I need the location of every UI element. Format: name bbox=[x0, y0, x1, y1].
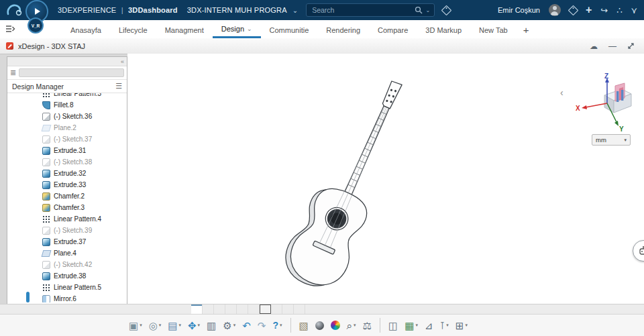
tree-item[interactable]: Linear Pattern.3 bbox=[7, 93, 127, 99]
tree-item[interactable]: (-) Sketch.39 bbox=[7, 225, 127, 236]
tree-item[interactable]: Linear Pattern.5 bbox=[7, 282, 127, 293]
3d-viewport[interactable]: ‹ Z X Y mm ▾ bbox=[127, 54, 644, 304]
xdesign-window: 3DEXPERIENCE | 3DDashboard 3DX-INTERN MU… bbox=[0, 0, 644, 336]
tree-scrollbar-thumb[interactable] bbox=[26, 292, 30, 302]
panel-menu-icon[interactable]: ☰ bbox=[115, 82, 122, 90]
tree-item[interactable]: Extrude.31 bbox=[7, 145, 127, 156]
toolbar-button[interactable]: ⌕ ▾ bbox=[344, 317, 359, 334]
tree-item[interactable]: Extrude.38 bbox=[7, 270, 127, 282]
search-bar[interactable]: ⌄ bbox=[306, 3, 435, 17]
search-input[interactable] bbox=[311, 5, 415, 15]
units-dropdown[interactable]: mm ▾ bbox=[592, 134, 631, 146]
dashboard-tab[interactable]: 3D Markup bbox=[417, 22, 470, 38]
workbench-tab[interactable] bbox=[294, 304, 305, 314]
dashboard-tab[interactable]: Managment bbox=[156, 22, 213, 38]
workbench-tab[interactable] bbox=[260, 304, 271, 314]
add-tab-button[interactable]: + bbox=[517, 22, 536, 38]
search-scope-dropdown-icon[interactable]: ⌄ bbox=[425, 7, 430, 13]
collapse-panel-icon[interactable]: « bbox=[121, 58, 124, 65]
resize-window-icon[interactable] bbox=[627, 42, 635, 50]
toolbar-button[interactable]: ↶ bbox=[239, 317, 254, 334]
cloud-status-icon[interactable]: ☁ bbox=[590, 42, 598, 50]
toolbar-button[interactable]: ⊺ ▾ bbox=[437, 317, 451, 334]
toolbar-button[interactable]: ⊞ ▾ bbox=[453, 317, 470, 334]
collapse-right-panel-icon[interactable]: ‹ bbox=[560, 87, 564, 98]
toolbar-button[interactable]: ▤ ▾ bbox=[165, 317, 184, 334]
toolbar-button[interactable]: ⚙ ▾ bbox=[220, 317, 238, 334]
tree-item[interactable]: Extrude.33 bbox=[7, 179, 127, 190]
workbench-tab[interactable] bbox=[282, 304, 294, 314]
toolbar-button[interactable]: ▣ ▾ bbox=[126, 317, 145, 334]
tree-item[interactable]: Extrude.32 bbox=[7, 168, 127, 179]
context-dropdown-icon[interactable]: ⌄ bbox=[292, 7, 298, 14]
toolbar-button[interactable]: ? ▾ bbox=[270, 317, 284, 334]
workbench-tab[interactable] bbox=[271, 304, 282, 314]
render-style-sphere-icon: ● bbox=[315, 321, 324, 330]
dashboard-tab[interactable]: Lifecycle bbox=[110, 22, 156, 38]
tree-item[interactable]: (-) Sketch.36 bbox=[7, 111, 127, 122]
tag-icon[interactable] bbox=[441, 5, 452, 15]
toolbar-button[interactable]: ▧ bbox=[297, 317, 311, 334]
tree-item[interactable]: Chamfer.3 bbox=[7, 202, 127, 213]
dimension-tool-icon: ⊺ bbox=[440, 321, 445, 331]
bookmark-tag-icon[interactable] bbox=[568, 5, 579, 15]
toolbar-button[interactable]: ▥ bbox=[204, 317, 219, 334]
tree-item[interactable]: Plane.2 bbox=[7, 122, 127, 133]
3ds-logo-icon[interactable] bbox=[5, 3, 23, 17]
search-icon[interactable] bbox=[415, 6, 423, 14]
tree-item[interactable]: Extrude.37 bbox=[7, 236, 127, 247]
share-icon[interactable]: ↪ bbox=[600, 6, 608, 15]
minimize-icon[interactable]: — bbox=[608, 42, 616, 50]
dashboard-tab[interactable]: Compare bbox=[369, 22, 417, 38]
tree-item[interactable]: (-) Sketch.38 bbox=[7, 156, 127, 168]
user-name[interactable]: Emir Coşkun bbox=[498, 6, 540, 14]
toolbar-button[interactable]: ▦ ▾ bbox=[402, 317, 421, 334]
compass-version-badge[interactable]: V_R bbox=[28, 17, 44, 34]
tree-item[interactable]: Chamfer.2 bbox=[7, 190, 127, 202]
workbench-tab[interactable] bbox=[203, 304, 214, 314]
add-content-icon[interactable]: + bbox=[586, 5, 592, 15]
toolbar-button[interactable]: ✥ ▾ bbox=[185, 317, 203, 334]
tree-item[interactable]: (-) Sketch.37 bbox=[7, 133, 127, 145]
tree-item[interactable]: (-) Sketch.42 bbox=[7, 259, 127, 270]
3dexperience-compass[interactable]: V_R bbox=[25, 0, 52, 32]
guitar-model[interactable] bbox=[127, 54, 644, 304]
panel-layout-icon: ▥ bbox=[207, 321, 216, 331]
toolbar-button[interactable]: ↷ bbox=[255, 317, 269, 334]
workbench-tab[interactable] bbox=[191, 304, 203, 314]
dashboard-tab[interactable]: Rendering bbox=[317, 22, 369, 38]
dashboard-context-title[interactable]: 3DX-INTERN MUH PROGRA bbox=[187, 6, 287, 14]
extrude-icon bbox=[42, 238, 50, 246]
orientation-triad[interactable]: Z X Y bbox=[575, 71, 639, 133]
tree-search-field[interactable] bbox=[19, 68, 124, 77]
workbench-tab[interactable] bbox=[237, 304, 248, 314]
network-share-icon[interactable]: ∴ bbox=[616, 6, 622, 15]
dashboard-tab[interactable]: Design ⌄ bbox=[213, 22, 261, 38]
workbench-tab[interactable] bbox=[214, 304, 225, 314]
top-bar-actions: Emir Coşkun + ↪ ∴ ⋎ bbox=[498, 4, 644, 16]
chamfer-icon bbox=[42, 192, 50, 201]
tree-item-label: Extrude.33 bbox=[54, 181, 86, 188]
toolbar-button[interactable]: ⊿ bbox=[422, 317, 436, 334]
expand-panel-icon[interactable] bbox=[5, 25, 15, 33]
tree-filter-icon[interactable]: ≣ bbox=[10, 69, 16, 76]
workbench-tab[interactable] bbox=[225, 304, 237, 314]
tab-label: Managment bbox=[165, 22, 204, 38]
tree-item[interactable]: Plane.4 bbox=[7, 247, 127, 259]
app-title-bar: xDesign - 3DX STAJ ☁ — bbox=[0, 38, 644, 54]
workbench-tab[interactable] bbox=[248, 304, 260, 314]
user-avatar[interactable] bbox=[549, 4, 561, 16]
dashboard-tab[interactable]: New Tab bbox=[470, 22, 517, 38]
tree-item-label: (-) Sketch.38 bbox=[54, 158, 92, 166]
tree-item[interactable]: Linear Pattern.4 bbox=[7, 213, 127, 225]
toolbar-button[interactable]: ● bbox=[328, 317, 343, 334]
extrude-icon bbox=[42, 170, 50, 178]
toolbar-button[interactable]: ⚖ bbox=[360, 317, 374, 334]
toolbar-button[interactable]: ◎ ▾ bbox=[146, 317, 164, 334]
collaboration-branch-icon[interactable]: ⋎ bbox=[631, 6, 637, 15]
toolbar-button[interactable]: ◫ bbox=[386, 317, 400, 334]
toolbar-button[interactable]: ● bbox=[313, 317, 327, 334]
dashboard-tab[interactable]: Communitie bbox=[261, 22, 318, 38]
tree-item[interactable]: Fillet.8 bbox=[7, 99, 127, 111]
dashboard-tab[interactable]: Anasayfa bbox=[62, 22, 110, 38]
